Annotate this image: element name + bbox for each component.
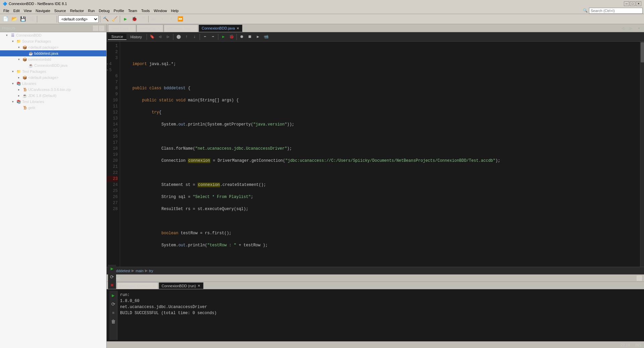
menu-refactor[interactable]: Refactor (68, 8, 86, 13)
menu-help[interactable]: Help (169, 8, 181, 13)
tree-item-test-libraries[interactable]: ▾ 📚 Test Libraries (0, 99, 106, 105)
prev-error-button[interactable]: ↑ (183, 33, 190, 41)
code-content[interactable]: import java.sql.*; public class bdddetes… (120, 42, 640, 267)
redo-button[interactable]: ↪ (47, 15, 55, 23)
tab-index-php[interactable]: index.php ✕ (137, 24, 163, 32)
tree-item-connexionbdd-pkg[interactable]: ▾ 📦 connexionbdd (0, 56, 106, 62)
tree-arrow-connexionbdd: ▾ (6, 34, 9, 37)
new-file-button[interactable]: 📄 (1, 15, 9, 23)
history-tab-button[interactable]: History (127, 34, 145, 40)
search-input[interactable] (589, 8, 643, 14)
projects-sync-button[interactable]: ⟳ (93, 26, 98, 31)
profile-button[interactable]: ⏱ (139, 15, 147, 23)
run-file-button[interactable]: ▶ (220, 33, 227, 41)
tree-item-default-pkg-1[interactable]: ▾ 📦 <default package> (0, 44, 106, 50)
menu-team[interactable]: Team (126, 8, 139, 13)
breadcrumb-item-try[interactable]: try (149, 269, 153, 273)
output-rerun-button[interactable]: ⟳ (108, 273, 116, 281)
jump-to-next-button[interactable]: ➡ (209, 33, 217, 41)
output-sidebar: ▶ ⟳ ■ 🗑 (109, 291, 117, 340)
jump-to-prev-button[interactable]: ⬅ (201, 33, 209, 41)
run-button[interactable]: ▶ (121, 15, 129, 23)
tab-connexionbdd-close[interactable]: ✕ (236, 27, 239, 30)
code-line-3 (123, 73, 637, 79)
step-into-button[interactable]: ⬇ (159, 15, 167, 23)
output-tab-debugger-close[interactable]: ✕ (152, 284, 155, 288)
open-button[interactable]: 📂 (10, 15, 18, 23)
menu-navigate[interactable]: Navigate (34, 8, 52, 13)
tree-item-connexionbdd-java[interactable]: ☕ ConnexionBDD.java (0, 62, 106, 68)
tab-scroll-right[interactable]: ▷ (627, 24, 635, 32)
editor-toolbar-sep5 (236, 34, 237, 40)
clean-build-button[interactable]: 🧹 (110, 15, 118, 23)
source-tab-button[interactable]: Source (108, 34, 126, 40)
tab-start-page[interactable]: Start Page ✕ (108, 24, 136, 32)
menu-run[interactable]: Run (86, 8, 97, 13)
breadcrumb-item-bdddetest[interactable]: bdddetest (114, 269, 130, 273)
tree-item-jdk[interactable]: ▸ ☕ JDK 1.8 (Default) (0, 93, 106, 99)
menu-source[interactable]: Source (52, 8, 68, 13)
output-run-button[interactable]: ▶ (108, 265, 116, 272)
toolbar-separator-1 (37, 16, 37, 22)
maximize-button[interactable]: □ (630, 1, 635, 6)
continue-button[interactable]: ⏩ (176, 15, 184, 23)
output-tab-connexionbdd-close[interactable]: ✕ (197, 284, 201, 288)
tree-item-default-pkg-2[interactable]: ▸ 📦 <default package> (0, 74, 106, 81)
output-close-button[interactable]: ✕ (637, 276, 642, 281)
tree-item-connexionbdd[interactable]: ▾ ☰ ConnexionBDD (0, 32, 106, 38)
tree-item-bdddetest[interactable]: ☕ bdddetest.java (0, 50, 106, 56)
menu-edit[interactable]: Edit (11, 8, 22, 13)
output-rerun-icon[interactable]: ⟳ (110, 301, 117, 308)
tree-label-connexionbdd-java: ConnexionBDD.java (34, 63, 67, 67)
output-stop-button[interactable]: ■ (108, 282, 116, 289)
next-error-button[interactable]: ↓ (191, 33, 198, 41)
test-folder-icon: 📁 (16, 69, 21, 74)
start-macro-button[interactable]: ⏺ (238, 33, 246, 41)
output-run-icon[interactable]: ▶ (110, 292, 117, 299)
step-out-button[interactable]: ⬆ (167, 15, 175, 23)
menu-debug[interactable]: Debug (97, 8, 111, 13)
output-tab-debugger[interactable]: Debugger Console ✕ (117, 282, 158, 289)
build-button[interactable]: 🔨 (102, 15, 110, 23)
output-clear-icon[interactable]: 🗑 (110, 318, 117, 326)
tab-list-button[interactable]: ▾ (635, 24, 643, 32)
record-macro-button[interactable]: 📹 (262, 33, 270, 41)
menu-tools[interactable]: Tools (139, 8, 152, 13)
save-button[interactable]: 💾 (19, 15, 27, 23)
tree-item-getit[interactable]: 🗜 getit (0, 105, 106, 111)
minimize-button[interactable]: ─ (624, 1, 629, 6)
play-macro-button[interactable]: ▶ (254, 33, 262, 41)
projects-close-button[interactable]: ✕ (99, 26, 104, 31)
menu-view[interactable]: View (22, 8, 34, 13)
toggle-bookmarks-button[interactable]: 🔖 (148, 33, 156, 41)
output-tab-connexionbdd[interactable]: ConnexionBDD (run) ✕ (159, 282, 204, 289)
tree-item-ucanaccess[interactable]: ▸ 🗜 UCanAccess-3.0.6-bin.zip (0, 87, 106, 93)
prev-bookmark-button[interactable]: ◁ (156, 33, 164, 41)
breadcrumb: ☰ bdddetest ▶ main ▶ try (107, 267, 644, 274)
tab-start-page-close[interactable]: ✕ (130, 27, 133, 30)
output-stop-icon[interactable]: ■ (110, 309, 117, 317)
tab-scroll-left[interactable]: ◁ (619, 24, 627, 32)
step-over-button[interactable]: ⏭ (150, 15, 158, 23)
debug-button[interactable]: 🐞 (130, 15, 138, 23)
save-all-button[interactable]: 🖫 (28, 15, 36, 23)
debug-file-button[interactable]: 🐞 (228, 33, 235, 41)
menu-window[interactable]: Window (152, 8, 169, 13)
tab-connexionbdd[interactable]: ConnexionBDD.java ✕ (199, 24, 243, 32)
undo-button[interactable]: ↩ (39, 15, 47, 23)
tree-item-libraries[interactable]: ▾ 📚 Libraries (0, 81, 106, 87)
tab-index-php-close[interactable]: ✕ (157, 27, 160, 30)
stop-macro-button[interactable]: ⏹ (246, 33, 254, 41)
next-bookmark-button[interactable]: ▷ (164, 33, 172, 41)
menu-profile[interactable]: Profile (112, 8, 126, 13)
tree-item-source-packages[interactable]: ▾ 📁 Source Packages (0, 38, 106, 44)
tab-bdddetest[interactable]: bdddetest.java ✕ (164, 24, 199, 32)
tree-item-test-packages[interactable]: ▾ 📁 Test Packages (0, 68, 106, 74)
breadcrumb-item-main[interactable]: main (136, 269, 144, 273)
menu-file[interactable]: File (1, 8, 11, 13)
config-selector[interactable]: <default config> (58, 15, 99, 23)
close-button[interactable]: ✕ (636, 1, 641, 6)
tab-bdddetest-close[interactable]: ✕ (192, 27, 195, 30)
editor-scrollbar[interactable] (640, 42, 644, 267)
toggle-breakpoint-button[interactable]: ⬤ (175, 33, 182, 41)
